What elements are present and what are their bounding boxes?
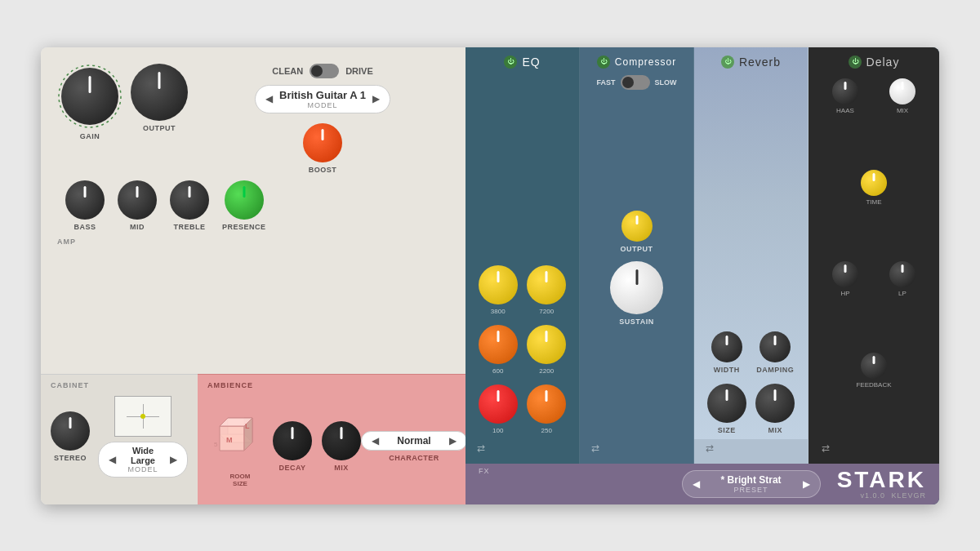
delay-swap-icon[interactable]: ⇄ bbox=[822, 442, 830, 454]
delay-haas-knob[interactable] bbox=[832, 78, 858, 104]
output-group: OUTPUT bbox=[131, 64, 188, 132]
bass-label: BASS bbox=[74, 223, 96, 231]
output-knob[interactable] bbox=[131, 64, 188, 121]
stereo-knob[interactable] bbox=[51, 411, 90, 451]
gain-group: GAIN bbox=[57, 64, 122, 140]
eq-3800-knob[interactable] bbox=[479, 265, 518, 304]
delay-feedback-label: FEEDBACK bbox=[856, 381, 891, 389]
reverb-size-knob[interactable] bbox=[707, 384, 746, 423]
delay-knobs-grid: HAAS MIX TIME HP bbox=[817, 75, 931, 441]
delay-lp-label: LP bbox=[898, 290, 906, 297]
comp-swap-icon[interactable]: ⇄ bbox=[591, 442, 599, 454]
eq-100-knob[interactable] bbox=[479, 384, 518, 424]
preset-name: * Bright Strat bbox=[721, 474, 782, 486]
fx-panel: ⏻ EQ 3800 600 bbox=[466, 47, 939, 504]
bass-group: BASS bbox=[65, 180, 105, 231]
comp-output-knob[interactable] bbox=[621, 211, 653, 242]
delay-mix-label: MIX bbox=[897, 107, 908, 114]
reverb-size-label: SIZE bbox=[718, 426, 736, 434]
eq-250-knob[interactable] bbox=[527, 384, 566, 424]
reverb-width-group: WIDTH bbox=[711, 331, 742, 374]
cabinet-section: CABINET STEREO ◀ bbox=[41, 374, 198, 504]
delay-feedback-group: FEEDBACK bbox=[856, 353, 891, 438]
boost-knob[interactable] bbox=[303, 123, 342, 162]
eq-600-knob[interactable] bbox=[479, 325, 518, 364]
amb-mix-knob[interactable] bbox=[322, 421, 361, 460]
delay-haas-label: HAAS bbox=[836, 107, 854, 114]
presence-knob[interactable] bbox=[225, 180, 264, 220]
compressor-header: ⏻ Compressor bbox=[588, 56, 685, 69]
preset-selector[interactable]: ◀ * Bright Strat PRESET ▶ bbox=[682, 470, 821, 498]
reverb-damping-knob[interactable] bbox=[760, 331, 791, 362]
stark-logo: STARK v1.0.0 KLEVGR bbox=[837, 469, 926, 500]
cabinet-label: CABINET bbox=[51, 381, 188, 389]
bass-knob[interactable] bbox=[65, 180, 105, 220]
reverb-mix-label: MIX bbox=[768, 426, 782, 434]
slow-label: SLOW bbox=[655, 78, 677, 87]
character-selector[interactable]: ◀ Normal ▶ bbox=[361, 431, 467, 451]
clean-drive-toggle[interactable] bbox=[310, 64, 339, 78]
cabinet-model-selector[interactable]: ◀ Wide Large MODEL ▶ bbox=[98, 442, 188, 478]
eq-band-100: 100 bbox=[479, 384, 518, 434]
reverb-mix-group: MIX bbox=[755, 384, 795, 434]
cabinet-prev-button[interactable]: ◀ bbox=[109, 454, 116, 465]
eq-power-button[interactable]: ⏻ bbox=[504, 56, 517, 69]
delay-feedback-knob[interactable] bbox=[861, 353, 887, 379]
presence-label: PRESENCE bbox=[222, 223, 266, 231]
stereo-group: STEREO bbox=[51, 411, 90, 462]
eq-100-freq: 100 bbox=[492, 427, 503, 434]
clean-label: CLEAN bbox=[272, 66, 303, 76]
eq-header: ⏻ EQ bbox=[474, 56, 571, 69]
comp-sustain-knob[interactable] bbox=[610, 261, 663, 314]
comp-output-label: OUTPUT bbox=[621, 245, 653, 253]
delay-power-button[interactable]: ⏻ bbox=[849, 56, 862, 69]
cabinet-next-button[interactable]: ▶ bbox=[170, 454, 177, 465]
comp-sustain-label: SUSTAIN bbox=[619, 318, 653, 326]
gain-knob[interactable] bbox=[61, 68, 118, 125]
eq-swap-icon[interactable]: ⇄ bbox=[477, 442, 485, 454]
amp-eq-row: BASS MID TREBLE PRESENCE bbox=[65, 180, 449, 231]
brand-info: v1.0.0 KLEVGR bbox=[837, 491, 926, 500]
treble-knob[interactable] bbox=[170, 180, 209, 220]
delay-time-label: TIME bbox=[866, 198, 881, 206]
cabinet-model-name: Wide Large bbox=[122, 446, 163, 465]
delay-hp-knob[interactable] bbox=[832, 261, 858, 287]
model-next-button[interactable]: ▶ bbox=[372, 93, 380, 104]
decay-label: DECAY bbox=[278, 464, 305, 472]
mid-label: MID bbox=[130, 223, 145, 231]
character-prev-button[interactable]: ◀ bbox=[372, 435, 379, 447]
eq-2200-knob[interactable] bbox=[527, 325, 566, 364]
delay-hp-label: HP bbox=[840, 290, 849, 297]
ambience-label: AMBIENCE bbox=[207, 381, 467, 389]
preset-prev-button[interactable]: ◀ bbox=[693, 478, 700, 490]
character-next-button[interactable]: ▶ bbox=[449, 435, 457, 447]
mid-group: MID bbox=[118, 180, 157, 231]
reverb-size-group: SIZE bbox=[707, 384, 746, 434]
delay-time-group: TIME bbox=[861, 170, 887, 255]
boost-label: BOOST bbox=[309, 166, 337, 174]
eq-7200-knob[interactable] bbox=[527, 265, 566, 304]
reverb-swap-icon[interactable]: ⇄ bbox=[706, 442, 714, 454]
fast-slow-toggle[interactable] bbox=[621, 75, 650, 90]
amp-model-selector[interactable]: ◀ British Guitar A 1 MODEL ▶ bbox=[255, 85, 390, 113]
preset-next-button[interactable]: ▶ bbox=[803, 478, 810, 490]
brand-company: KLEVGR bbox=[891, 491, 926, 500]
mic-position-display[interactable] bbox=[114, 396, 172, 437]
delay-time-knob[interactable] bbox=[861, 170, 887, 196]
reverb-power-button[interactable]: ⏻ bbox=[721, 56, 734, 69]
amp-panel: GAIN OUTPUT CLEAN DRIVE bbox=[41, 47, 466, 504]
delay-mix-knob[interactable] bbox=[889, 78, 915, 104]
stereo-label: STEREO bbox=[54, 454, 87, 462]
amp-bottom: CABINET STEREO ◀ bbox=[41, 374, 466, 504]
reverb-header: ⏻ Reverb bbox=[702, 56, 800, 69]
delay-lp-knob[interactable] bbox=[889, 261, 915, 287]
reverb-mix-knob[interactable] bbox=[755, 384, 795, 423]
decay-knob[interactable] bbox=[273, 421, 312, 460]
mid-knob[interactable] bbox=[118, 180, 157, 220]
model-prev-button[interactable]: ◀ bbox=[265, 93, 273, 104]
compressor-power-button[interactable]: ⏻ bbox=[597, 56, 610, 69]
eq-bands: 3800 600 100 bbox=[474, 75, 571, 441]
reverb-width-knob[interactable] bbox=[711, 331, 742, 362]
comp-knobs: OUTPUT SUSTAIN bbox=[588, 96, 685, 441]
fx-sections: ⏻ EQ 3800 600 bbox=[466, 47, 939, 464]
